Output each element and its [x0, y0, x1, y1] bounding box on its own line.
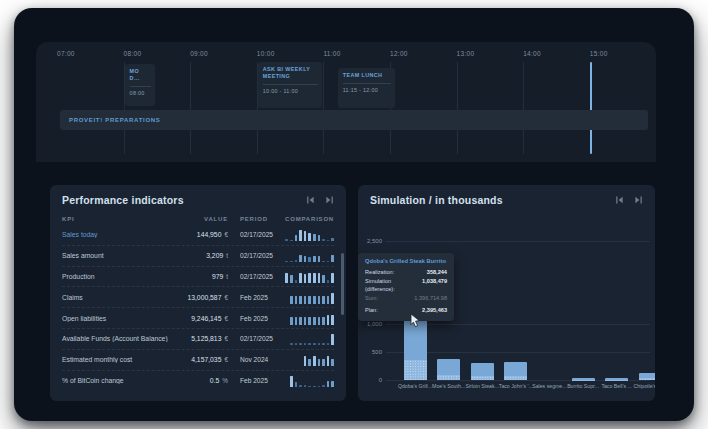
kpi-value: 9,246,145€ [170, 315, 228, 322]
spark-bar [331, 255, 334, 263]
skip-next-icon[interactable] [325, 196, 334, 204]
tooltip-row: Plan: 2,395,463 [365, 306, 447, 315]
event-title: MO D… [130, 68, 151, 82]
tooltip-value: 1,396,714.98 [414, 294, 447, 303]
kpi-value: 13,000,587€ [170, 294, 228, 301]
spark-bar [322, 359, 325, 367]
kpi-value: 0.5% [170, 377, 228, 384]
chart-bar[interactable] [437, 359, 460, 380]
spark-bar [322, 343, 325, 346]
spark-bar [304, 274, 307, 283]
calendar-event[interactable]: TEAM LUNCH 11:15 - 12:00 [338, 68, 395, 108]
spark-bar [308, 257, 311, 262]
spark-bar [299, 296, 302, 304]
spark-bar [299, 230, 302, 241]
spark-bar [318, 256, 321, 262]
column-value: VALUE [170, 216, 228, 222]
kpi-table-row[interactable]: Available Funds (Account Balance) 5,125,… [62, 329, 334, 350]
kpi-comparison-sparkline [284, 228, 334, 241]
hour-label: 14:00 [523, 50, 541, 57]
kpi-name: Sales amount [62, 252, 170, 259]
spark-bar [304, 356, 307, 366]
chart-tooltip: Qdoba's Grilled Steak Burrito Realizatio… [358, 253, 454, 321]
chart-bar[interactable] [572, 378, 595, 380]
spark-bar [322, 261, 325, 262]
spark-bar [295, 235, 298, 241]
spark-bar [318, 273, 321, 283]
calendar-event[interactable]: MO D… 08:00 [125, 64, 155, 106]
spark-bar [295, 260, 298, 263]
hour-label: 11:00 [323, 50, 340, 57]
spark-bar [299, 317, 302, 325]
chart-bar[interactable] [471, 363, 494, 380]
spark-bar [331, 293, 334, 304]
hour-gridline [190, 62, 191, 154]
kpi-period: 02/17/2025 [228, 231, 284, 238]
tooltip-label: Sum: [365, 294, 378, 303]
chart-bar[interactable] [504, 362, 527, 380]
current-time-indicator [590, 62, 592, 154]
kpi-table-row[interactable]: Estimated monthly cost 4,157,035€ Nov 20… [62, 350, 334, 371]
tooltip-value: 2,395,463 [422, 306, 447, 315]
kpi-table-row[interactable]: Production 979t 02/17/2025 [62, 267, 334, 288]
chart-bar[interactable] [605, 378, 628, 380]
spark-bar [322, 296, 325, 304]
spark-bar [313, 386, 316, 387]
spark-bar [290, 261, 293, 262]
simulation-card: Simulation / in thousands 05001,0002,500… [358, 185, 655, 401]
kpi-value: 5,125,813€ [170, 335, 228, 342]
event-time: 10:00 - 11:00 [263, 88, 318, 94]
kpi-period: Feb 2025 [228, 377, 284, 384]
kpi-table-row[interactable]: Sales amount 3,209t 02/17/2025 [62, 246, 334, 267]
spark-bar [285, 239, 288, 242]
y-axis-tick: 500 [358, 349, 382, 355]
kpi-table-row[interactable]: Sales today 144,950€ 02/17/2025 [62, 225, 334, 246]
tooltip-label: Realization: [365, 268, 394, 277]
x-axis-label: Taco John's '... [498, 383, 534, 389]
performance-card-title: Performance indicators [62, 194, 184, 206]
spark-bar [313, 296, 316, 304]
hour-label: 12:00 [390, 50, 408, 57]
kpi-table-row[interactable]: % of BitCoin change 0.5% Feb 2025 [62, 371, 334, 392]
kpi-scrollbar[interactable] [341, 253, 344, 315]
skip-previous-icon[interactable] [306, 196, 315, 204]
kpi-comparison-sparkline [284, 312, 334, 325]
spark-bar [295, 343, 298, 346]
tooltip-label: Simulation (difference): [365, 277, 422, 294]
tooltip-row: Sum: 1,396,714.98 [365, 294, 447, 303]
spark-bar [308, 273, 311, 283]
spark-bar [308, 296, 311, 304]
kpi-name: Available Funds (Account Balance) [62, 335, 170, 342]
spark-bar [327, 315, 330, 325]
spark-bar [304, 256, 307, 262]
bar-segment-realization [504, 376, 527, 380]
spark-bar [327, 296, 330, 304]
event-title: TEAM LUNCH [343, 72, 391, 79]
spark-bar [327, 261, 330, 262]
kpi-name: Claims [62, 294, 170, 301]
kpi-value: 144,950€ [170, 231, 228, 238]
tooltip-value: 1,038,479 [422, 277, 447, 294]
spark-bar [313, 273, 316, 283]
bar-segment-simulation [504, 362, 527, 375]
kpi-name: Sales today [62, 231, 170, 238]
column-period: PERIOD [228, 216, 284, 222]
kpi-table-row[interactable]: Claims 13,000,587€ Feb 2025 [62, 287, 334, 308]
spark-bar [313, 317, 316, 325]
spark-bar [304, 385, 307, 388]
y-axis-tick: 2,500 [358, 238, 382, 244]
chart-bar[interactable] [639, 373, 655, 380]
spark-bar [308, 317, 311, 325]
hour-gridline [523, 62, 524, 154]
x-axis-label: Burrito Supr... [565, 383, 601, 389]
kpi-period: Feb 2025 [228, 294, 284, 301]
kpi-table-row[interactable]: Open liabilities 9,246,145€ Feb 2025 [62, 308, 334, 329]
spark-bar [313, 343, 316, 346]
spark-bar [285, 273, 288, 283]
all-day-event-proveit-preparations[interactable]: PROVEIT! PREPARATIONS [60, 110, 648, 130]
kpi-period: Nov 2024 [228, 356, 284, 363]
spark-bar [318, 359, 321, 367]
spark-bar [327, 381, 330, 387]
spark-bar [322, 239, 325, 242]
calendar-event[interactable]: ASK BI WEEKLY MEETING 10:00 - 11:00 [258, 62, 322, 108]
